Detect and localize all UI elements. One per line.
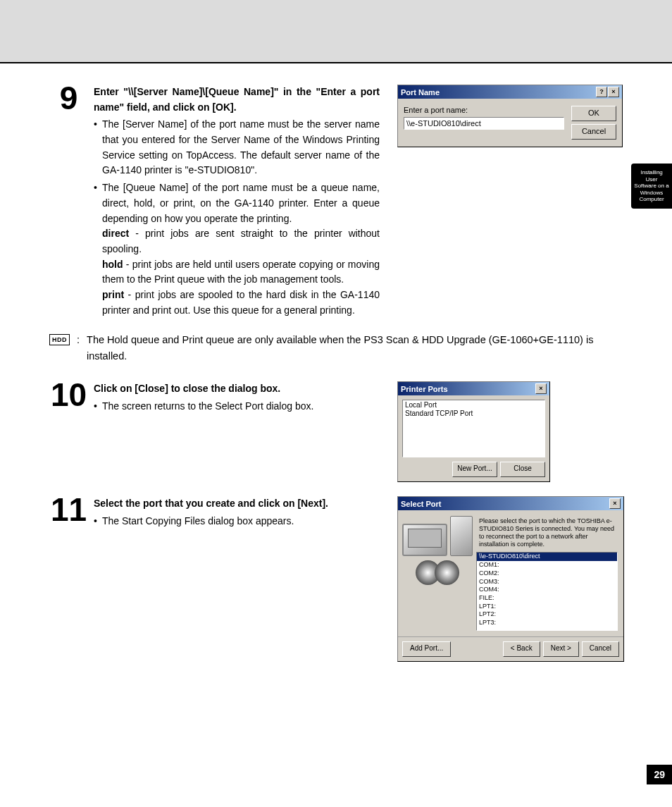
step-title: Click on [Close] to close the dialog box… <box>94 381 380 397</box>
step-11: 11 Select the port that you create and c… <box>49 496 623 662</box>
list-item[interactable]: \\e-STUDIO810\direct <box>477 553 617 561</box>
list-item[interactable]: COM1: <box>477 561 617 569</box>
list-item[interactable]: FILE: <box>477 594 617 603</box>
list-item[interactable]: Local Port <box>405 401 542 409</box>
list-item[interactable]: LPT3: <box>477 619 617 627</box>
dialog-title: Port Name <box>401 88 440 97</box>
port-name-dialog: Port Name ? × Enter a port name: OK <box>397 85 623 147</box>
direct-text: - print jobs are sent straight to the pr… <box>102 228 380 254</box>
bullet-text: The screen returns to the Select Port di… <box>94 399 380 414</box>
cd-icon <box>435 560 459 585</box>
step-10: 10 Click on [Close] to close the dialog … <box>49 381 623 482</box>
note-colon: : <box>77 332 80 364</box>
cancel-button[interactable]: Cancel <box>582 641 619 657</box>
computer-illustration <box>404 516 471 608</box>
dialog-title: Printer Ports <box>401 385 448 393</box>
bullet-text: The Start Copying Files dialog box appea… <box>94 514 380 529</box>
step-title: Select the port that you create and clic… <box>94 496 380 512</box>
port-type-list[interactable]: Local Port Standard TCP/IP Port <box>402 400 545 457</box>
step-number: 10 <box>49 381 88 482</box>
hdd-icon: HDD <box>49 334 70 345</box>
new-port-button[interactable]: New Port... <box>452 462 497 477</box>
port-name-label: Enter a port name: <box>404 106 564 114</box>
hold-label: hold <box>102 259 123 270</box>
back-button[interactable]: < Back <box>503 641 540 657</box>
document-page: Installing User Software on a Windows Co… <box>0 0 672 807</box>
list-item[interactable]: COM3: <box>477 578 617 586</box>
select-port-instruction: Please select the port to which the TOSH… <box>476 516 618 552</box>
dialog-title: Select Port <box>401 500 441 508</box>
bullet-text: The [Queue Name] of the port name must b… <box>94 180 380 226</box>
direct-label: direct <box>102 228 129 239</box>
close-icon[interactable]: × <box>609 498 621 509</box>
add-port-button[interactable]: Add Port... <box>402 641 451 657</box>
list-item[interactable]: COM2: <box>477 569 617 578</box>
printer-ports-dialog: Printer Ports × Local Port Standard TCP/… <box>397 381 550 482</box>
close-icon[interactable]: × <box>608 87 619 97</box>
list-item[interactable]: LPT2: <box>477 610 617 619</box>
cancel-button[interactable]: Cancel <box>571 124 616 140</box>
port-name-input[interactable] <box>404 117 564 130</box>
print-text: - print jobs are spooled to the hard dis… <box>102 289 380 316</box>
page-header-bar <box>0 0 672 63</box>
queue-desc: direct - print jobs are sent straight to… <box>94 226 380 257</box>
close-icon[interactable]: × <box>535 383 547 394</box>
hold-text: - print jobs are held until users operat… <box>102 259 380 285</box>
tower-icon <box>450 516 473 556</box>
close-button[interactable]: Close <box>500 462 545 477</box>
ok-button[interactable]: OK <box>571 106 616 121</box>
select-port-dialog: Select Port × <box>397 496 624 662</box>
next-button[interactable]: Next > <box>543 641 579 657</box>
queue-desc: print - print jobs are spooled to the ha… <box>94 288 380 318</box>
hdd-note: HDD : The Hold queue and Print queue are… <box>49 332 623 364</box>
list-item[interactable]: Standard TCP/IP Port <box>405 409 542 418</box>
step-number: 9 <box>49 85 88 318</box>
bullet-text: The [Server Name] of the port name must … <box>94 117 380 178</box>
monitor-icon <box>402 524 447 556</box>
help-icon[interactable]: ? <box>596 87 607 97</box>
page-number: 29 <box>647 765 672 784</box>
port-list[interactable]: \\e-STUDIO810\direct COM1: COM2: COM3: C… <box>476 552 618 631</box>
queue-desc: hold - print jobs are held until users o… <box>94 257 380 288</box>
list-item[interactable]: LPT1: <box>477 603 617 611</box>
step-number: 11 <box>49 496 88 662</box>
step-9: 9 Enter "\\[Server Name]\[Queue Name]" i… <box>49 85 623 318</box>
print-label: print <box>102 289 124 300</box>
note-text: The Hold queue and Print queue are only … <box>87 332 623 364</box>
step-title: Enter "\\[Server Name]\[Queue Name]" in … <box>94 85 380 115</box>
list-item[interactable]: COM4: <box>477 586 617 594</box>
